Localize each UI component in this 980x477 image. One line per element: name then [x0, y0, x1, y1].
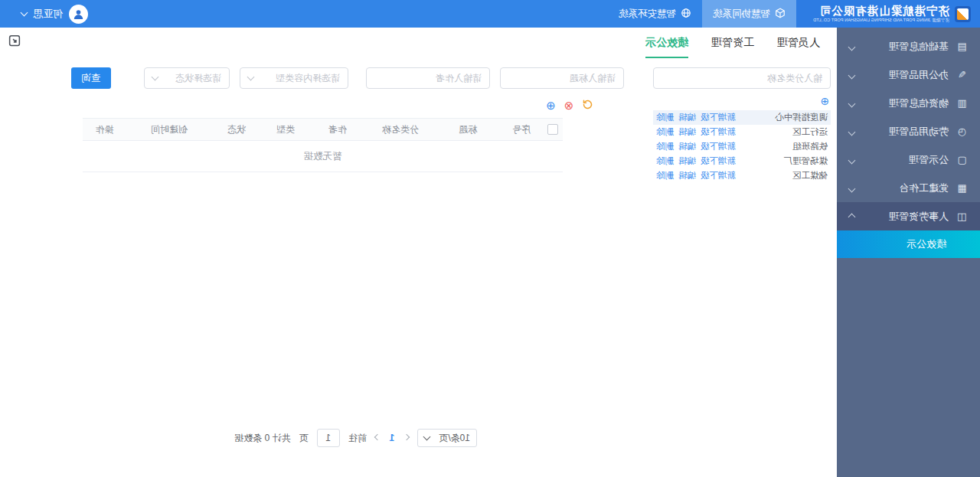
chevron-down-icon	[849, 154, 854, 165]
sidebar-item-labor-supplies[interactable]: ◷ 劳动用品管理	[837, 117, 980, 145]
system-tab-collaboration[interactable]: 智慧协同系统	[702, 0, 796, 28]
app-root: 济宁港航梁山港有限公司 济宁能源 JINING PORT AND SHIPPIN…	[0, 0, 980, 477]
add-category-button[interactable]: ⊕	[817, 96, 829, 106]
table-header-row: 序号 标题 分类名称 作者 类型 状态 创建时间 操作	[83, 119, 563, 141]
tab-performance-notice[interactable]: 绩效公示	[645, 36, 688, 58]
tree-node[interactable]: 储煤工区 新增下级 编辑 删除	[653, 168, 831, 183]
delete-link[interactable]: 删除	[656, 126, 674, 138]
document-icon: ▢	[956, 154, 968, 165]
sidebar: ▤ 基础信息管理 ✎ 办公用品管理 ▥ 物资信息管理 ◷ 劳动用品管理 ▢ 公示…	[837, 28, 980, 477]
delete-link[interactable]: 删除	[656, 155, 674, 167]
grid-icon: ▦	[956, 182, 968, 194]
sidebar-item-office-supplies[interactable]: ✎ 办公用品管理	[837, 60, 980, 89]
user-name: 何亚思	[33, 7, 63, 21]
system-tab-label: 智慧安环系统	[619, 8, 676, 21]
chevron-down-icon	[21, 9, 28, 17]
content-type-select[interactable]: 请选择内容类型	[240, 67, 348, 89]
globe-icon	[681, 8, 691, 21]
goto-label-suffix: 页	[299, 432, 309, 445]
add-child-link[interactable]: 新增下级	[701, 112, 736, 123]
chevron-down-icon	[423, 433, 431, 441]
delete-link[interactable]: 删除	[656, 170, 674, 181]
tree-node-name: 铁路班组	[792, 141, 828, 152]
sidebar-item-party-workbench[interactable]: ▦ 党建工作台	[837, 174, 980, 202]
select-placeholder: 请选择内容类型	[276, 72, 340, 85]
add-child-link[interactable]: 新增下级	[701, 141, 736, 152]
edit-link[interactable]: 编辑	[678, 126, 696, 138]
column-header: 作者	[310, 119, 365, 141]
people-icon: ◫	[956, 211, 968, 222]
delete-link[interactable]: 删除	[656, 141, 674, 152]
cube-icon	[775, 8, 786, 21]
edit-link[interactable]: 编辑	[678, 112, 696, 123]
tree-node-name: 运行工区	[792, 126, 828, 138]
content-tabs: 人员管理 工资管理 绩效公示	[645, 36, 820, 58]
company-name-en: 济宁能源 JINING PORT AND SHIPPING LIANGSHAN …	[813, 18, 949, 22]
records-table: 序号 标题 分类名称 作者 类型 状态 创建时间 操作 暂无数据	[83, 118, 563, 172]
table-toolbar: ⊗ ⊕	[546, 99, 593, 112]
tree-node[interactable]: 铁路班组 新增下级 编辑 删除	[653, 139, 831, 154]
user-menu[interactable]: 何亚思	[21, 0, 88, 28]
select-all-cell	[543, 119, 563, 141]
sidebar-item-label: 公示管理	[909, 153, 949, 167]
content-area: 人员管理 工资管理 绩效公示 ⊕ 调度指挥中心 新增下级 编辑 删除 运行工区 …	[0, 28, 837, 477]
sidebar-item-basic-info[interactable]: ▤ 基础信息管理	[837, 32, 980, 60]
add-child-link[interactable]: 新增下级	[701, 170, 736, 181]
column-header: 操作	[83, 119, 126, 141]
chevron-down-icon	[849, 41, 854, 52]
page-size-select[interactable]: 10条/页	[417, 429, 477, 447]
category-search-input[interactable]	[653, 67, 831, 89]
add-child-link[interactable]: 新增下级	[701, 155, 736, 167]
tree-node[interactable]: 煤场管理厂 新增下级 编辑 删除	[653, 154, 831, 168]
sidebar-item-label: 物资信息管理	[889, 96, 949, 110]
column-header: 状态	[212, 119, 261, 141]
refresh-icon[interactable]	[582, 99, 593, 112]
total-count-text: 共计 0 条数据	[234, 432, 290, 445]
tree-node[interactable]: 调度指挥中心 新增下级 编辑 删除	[653, 110, 831, 125]
materials-icon: ▥	[956, 97, 968, 109]
category-tree-panel: ⊕ 调度指挥中心 新增下级 编辑 删除 运行工区 新增下级 编辑 删除 铁路班组	[653, 67, 831, 183]
prev-page-button[interactable]	[404, 437, 409, 439]
tree-node-name: 调度指挥中心	[775, 112, 828, 123]
author-input[interactable]	[366, 67, 490, 89]
status-select[interactable]: 请选择状态	[144, 67, 230, 89]
empty-row: 暂无数据	[83, 141, 563, 172]
chevron-down-icon	[849, 182, 854, 194]
sidebar-item-hr-labor[interactable]: ◫ 人事劳资管理	[837, 202, 980, 230]
sidebar-item-label: 办公用品管理	[889, 68, 949, 82]
select-placeholder: 请选择状态	[175, 72, 221, 85]
search-button[interactable]: 查询	[71, 67, 111, 89]
system-tab-label: 智慧协同系统	[713, 8, 770, 21]
column-header: 分类名称	[365, 119, 436, 141]
add-child-link[interactable]: 新增下级	[701, 126, 736, 138]
plus-circle-icon: ⊕	[820, 95, 829, 107]
column-header: 类型	[261, 119, 310, 141]
tab-personnel[interactable]: 人员管理	[777, 36, 820, 58]
add-record-icon[interactable]: ⊕	[546, 100, 556, 111]
edit-link[interactable]: 编辑	[678, 170, 696, 181]
pencil-icon: ✎	[956, 69, 968, 80]
tab-salary[interactable]: 工资管理	[711, 36, 754, 58]
sidebar-subitem-performance-notice[interactable]: 绩效公示	[837, 230, 980, 258]
title-input[interactable]	[500, 67, 624, 89]
edit-link[interactable]: 编辑	[678, 141, 696, 152]
batch-delete-icon[interactable]: ⊗	[564, 100, 573, 111]
clock-icon: ◷	[956, 126, 968, 137]
chevron-down-icon	[247, 74, 255, 81]
edit-link[interactable]: 编辑	[678, 155, 696, 167]
panel-toggle-icon[interactable]	[8, 34, 21, 47]
tree-node-name: 储煤工区	[792, 170, 828, 181]
logo: 济宁港航梁山港有限公司 济宁能源 JINING PORT AND SHIPPIN…	[796, 0, 980, 28]
system-tab-safety[interactable]: 智慧安环系统	[608, 0, 702, 28]
sidebar-item-materials-info[interactable]: ▥ 物资信息管理	[837, 89, 980, 117]
company-logo-icon	[955, 6, 971, 22]
tree-node[interactable]: 运行工区 新增下级 编辑 删除	[653, 125, 831, 139]
next-page-button[interactable]	[375, 437, 380, 439]
delete-link[interactable]: 删除	[656, 112, 674, 123]
select-all-checkbox[interactable]	[547, 124, 558, 135]
sidebar-item-public-notice[interactable]: ▢ 公示管理	[837, 145, 980, 174]
goto-page-input[interactable]	[317, 429, 340, 447]
archive-icon: ▤	[956, 41, 968, 52]
page-number-button[interactable]: 1	[388, 433, 397, 443]
chevron-down-icon	[849, 126, 854, 137]
